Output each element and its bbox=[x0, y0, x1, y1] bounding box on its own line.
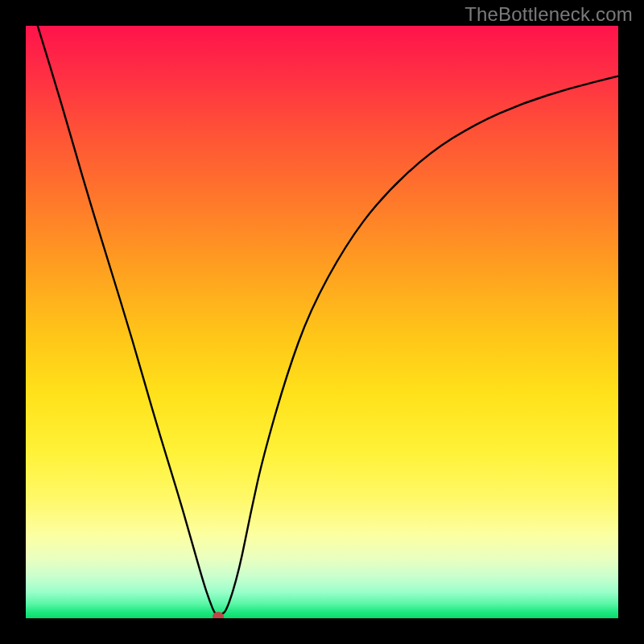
chart-frame: TheBottleneck.com bbox=[0, 0, 644, 644]
watermark-text: TheBottleneck.com bbox=[464, 3, 633, 26]
bottleneck-curve bbox=[26, 26, 618, 618]
optimal-marker bbox=[213, 612, 224, 618]
plot-area bbox=[26, 26, 618, 618]
